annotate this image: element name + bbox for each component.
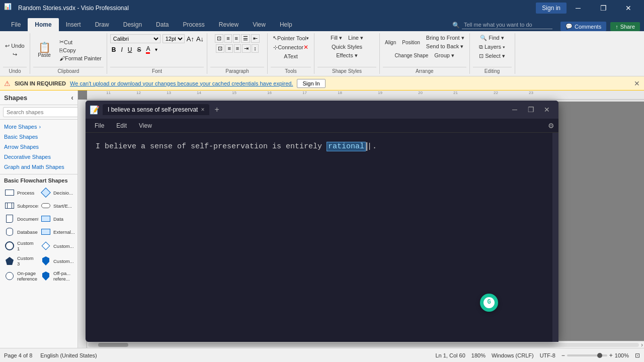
align-button[interactable]: Align xyxy=(383,34,398,50)
shape-item-database[interactable]: Database xyxy=(3,226,38,238)
position-button[interactable]: Position xyxy=(400,34,422,50)
italic-button[interactable]: I xyxy=(119,46,124,54)
notification-close-button[interactable]: ✕ xyxy=(634,79,640,87)
tab-data[interactable]: Data xyxy=(149,18,176,31)
redo-button[interactable]: ↪ xyxy=(11,51,19,58)
paste-button[interactable]: 📋 Paste xyxy=(33,41,55,59)
sign-in-button-titlebar[interactable]: Sign in xyxy=(536,3,567,14)
shape-item-custom4[interactable]: Custom... xyxy=(39,254,74,268)
shape-item-process[interactable]: Process xyxy=(3,187,38,199)
effects-button[interactable]: Effects ▾ xyxy=(334,52,359,59)
bring-to-front-button[interactable]: Bring to Front ▾ xyxy=(424,34,466,42)
expand-view-button[interactable]: ⊡ xyxy=(635,352,640,359)
notepad-tab-close-button[interactable]: × xyxy=(201,106,204,113)
notepad-settings-button[interactable]: ⚙ xyxy=(548,122,554,130)
connector-button[interactable]: ⊹ Connector ✕ xyxy=(271,43,310,51)
cut-button[interactable]: ✂ Cut xyxy=(57,38,104,46)
decrease-indent-button[interactable]: ⇤ xyxy=(251,34,260,43)
grammarly-button[interactable]: G xyxy=(480,294,498,312)
font-size-select[interactable]: 12pt xyxy=(163,34,185,43)
shape-item-decision[interactable]: Decisio... xyxy=(39,187,74,199)
select-button[interactable]: ⊡ Select ▾ xyxy=(477,52,507,60)
tab-design[interactable]: Design xyxy=(116,18,149,31)
align-top-left-button[interactable]: ⊡ xyxy=(215,34,223,43)
zoom-out-button[interactable]: − xyxy=(561,352,565,359)
zoom-in-button[interactable]: + xyxy=(609,352,613,359)
shape-item-on-page-ref[interactable]: On-page reference xyxy=(3,269,38,283)
tab-file[interactable]: File xyxy=(4,18,28,31)
send-to-back-button[interactable]: Send to Back ▾ xyxy=(424,43,466,50)
find-button[interactable]: 🔍 Find ▾ xyxy=(478,34,506,42)
align-top-right-button[interactable]: ≡ xyxy=(233,34,240,43)
grow-font-button[interactable]: A↑ xyxy=(187,35,194,43)
font-name-select[interactable]: Calibri xyxy=(110,34,160,43)
align-bottom-center-button[interactable]: ≡ xyxy=(225,44,232,53)
sidebar-item-graph-shapes[interactable]: Graph and Math Shapes xyxy=(0,162,77,172)
undo-button[interactable]: ↩ Undo xyxy=(3,42,26,50)
notepad-menu-view[interactable]: View xyxy=(134,120,157,131)
sign-in-link[interactable]: We can't upload or download your changes… xyxy=(70,80,293,86)
quick-styles-button[interactable]: Quick Styles xyxy=(330,43,364,50)
close-button[interactable]: ✕ xyxy=(617,0,640,16)
notepad-add-tab-button[interactable]: + xyxy=(214,105,219,114)
sidebar-item-more-shapes[interactable]: More Shapes › xyxy=(0,122,77,132)
notepad-menu-edit[interactable]: Edit xyxy=(111,120,132,131)
minimize-button[interactable]: ─ xyxy=(567,0,590,16)
layers-button[interactable]: ⧉ Layers ▾ xyxy=(477,43,507,51)
tab-review[interactable]: Review xyxy=(212,18,246,31)
pointer-tool-button[interactable]: ↖ Pointer Tool ▾ xyxy=(271,34,311,42)
shape-item-data[interactable]: Data xyxy=(39,213,74,225)
zoom-slider[interactable] xyxy=(567,354,607,356)
notepad-close-button[interactable]: ✕ xyxy=(539,104,554,116)
group-button[interactable]: Group ▾ xyxy=(432,52,456,59)
sidebar-item-decorative-shapes[interactable]: Decorative Shapes xyxy=(0,152,77,162)
shape-item-subprocess[interactable]: Subprocess xyxy=(3,200,38,212)
scroll-thumb[interactable] xyxy=(98,343,128,347)
tab-process[interactable]: Process xyxy=(176,18,211,31)
font-color-menu-button[interactable]: ▾ xyxy=(153,46,159,53)
notepad-menu-file[interactable]: File xyxy=(90,120,109,131)
notepad-minimize-button[interactable]: ─ xyxy=(507,104,522,116)
tab-home[interactable]: Home xyxy=(28,18,58,31)
shrink-font-button[interactable]: A↓ xyxy=(196,35,204,43)
tab-view[interactable]: View xyxy=(246,18,273,31)
shape-item-off-page-ref[interactable]: Off-pa... refere... xyxy=(39,269,74,283)
tab-draw[interactable]: Draw xyxy=(88,18,116,31)
shape-item-custom3[interactable]: Custom 3 xyxy=(3,254,38,268)
strikethrough-button[interactable]: S xyxy=(135,46,142,54)
font-color-button[interactable]: A xyxy=(144,45,151,54)
sidebar-item-arrow-shapes[interactable]: Arrow Shapes xyxy=(0,142,77,152)
tab-help[interactable]: Help xyxy=(273,18,299,31)
sidebar-item-basic-shapes[interactable]: Basic Shapes xyxy=(0,132,77,142)
shape-item-external[interactable]: External... xyxy=(39,226,74,238)
shape-item-custom2[interactable]: Custom... xyxy=(39,239,74,253)
notepad-window[interactable]: 📝 I believe a sense of self-preservat × … xyxy=(86,101,558,342)
canvas-area[interactable]: 11 12 13 14 15 16 17 18 19 20 21 22 23 xyxy=(78,90,644,348)
align-bottom-right-button[interactable]: ≡ xyxy=(234,44,241,53)
notepad-maximize-button[interactable]: ❐ xyxy=(523,104,538,116)
align-top-center-button[interactable]: ≡ xyxy=(224,34,231,43)
scroll-right-button[interactable]: › xyxy=(641,341,643,348)
comments-button[interactable]: 💬 Comments xyxy=(560,22,606,31)
shape-item-document[interactable]: Document xyxy=(3,213,38,225)
change-shape-button[interactable]: Change Shape xyxy=(393,52,431,59)
text-tool-button[interactable]: A Text xyxy=(282,53,300,60)
align-bottom-left-button[interactable]: ⊡ xyxy=(216,44,224,53)
shapes-search-input[interactable] xyxy=(3,107,78,117)
ribbon-search-input[interactable] xyxy=(462,21,552,29)
notepad-scrollbar[interactable] xyxy=(552,133,558,342)
shapes-panel-collapse-button[interactable]: ‹ xyxy=(71,94,73,102)
line-button[interactable]: Line ▾ xyxy=(346,34,365,42)
shape-item-start-end[interactable]: Start/E... xyxy=(39,200,74,212)
increase-indent-button[interactable]: ⇥ xyxy=(242,44,251,53)
fill-button[interactable]: Fill ▾ xyxy=(329,34,344,42)
line-spacing-button[interactable]: ↕ xyxy=(252,44,259,53)
copy-button[interactable]: ⎘ Copy xyxy=(57,47,104,54)
notepad-tab-active[interactable]: I believe a sense of self-preservat × xyxy=(103,104,209,115)
format-painter-button[interactable]: 🖌 Format Painter xyxy=(57,55,104,62)
notification-sign-in-button[interactable]: Sign In xyxy=(297,79,325,88)
maximize-button[interactable]: ❐ xyxy=(592,0,615,16)
bold-button[interactable]: B xyxy=(110,46,118,54)
share-button[interactable]: ↑ Share xyxy=(610,22,640,31)
tab-insert[interactable]: Insert xyxy=(59,18,88,31)
